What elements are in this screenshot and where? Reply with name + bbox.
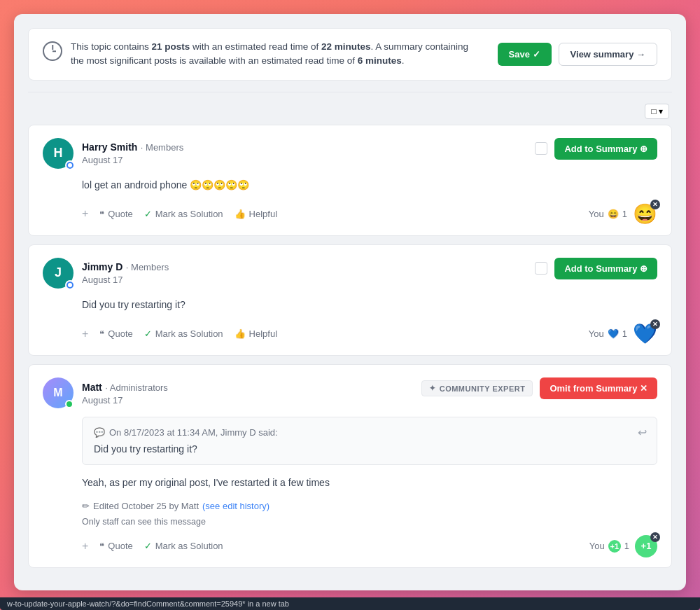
status-bar: w-to-update-your-apple-watch/?&do=findCo… [0, 597, 700, 610]
avatar-badge [65, 280, 75, 290]
post-actions-right: You +1 1 +1 ✕ [589, 535, 657, 557]
star-icon: ✦ [429, 384, 436, 393]
view-summary-button[interactable]: View summary → [559, 43, 657, 66]
info-banner: This topic contains 21 posts with an est… [28, 28, 672, 81]
add-action-button[interactable]: + [82, 207, 88, 220]
svg-point-1 [68, 283, 72, 287]
edit-icon: ✏ [82, 501, 90, 511]
reaction-emoji-container: 😄 ✕ [633, 202, 657, 226]
post-content: lol get an android phone 🙄🙄🙄🙄🙄 [43, 177, 657, 193]
divider [28, 92, 672, 92]
post-actions-left: + ❝ Quote ✓ Mark as Solution 👍 Helpful [82, 328, 277, 340]
helpful-button[interactable]: 👍 Helpful [234, 209, 277, 219]
reaction-count: 1 [622, 209, 627, 219]
thumbs-up-icon: 👍 [234, 209, 246, 219]
quote-button[interactable]: ❝ Quote [99, 209, 132, 219]
post-header: J Jimmy D · Members August 17 Add to Sum… [43, 258, 657, 289]
reaction-group: You +1 1 [589, 540, 629, 553]
save-button[interactable]: Save ✓ [498, 43, 552, 66]
avatar: J [43, 258, 74, 289]
quote-button[interactable]: ❝ Quote [99, 541, 132, 551]
edit-history-link[interactable]: (see edit history) [202, 501, 270, 511]
badge-icon [67, 282, 73, 288]
post-checkbox[interactable] [535, 262, 547, 275]
edit-notice-text: ✏ Edited October 25 by Matt (see edit hi… [82, 501, 657, 511]
author-name-role: Matt · Administrators [82, 381, 168, 394]
author-meta: Jimmy D · Members August 17 [82, 261, 169, 285]
mark-solution-button[interactable]: ✓ Mark as Solution [144, 209, 223, 219]
quote-header: 💬 On 8/17/2023 at 11:34 AM, Jimmy D said… [94, 427, 645, 438]
reaction-emoji-container: +1 ✕ [635, 535, 657, 557]
checkmark-icon: ✓ [144, 328, 152, 339]
edit-notice: ✏ Edited October 25 by Matt (see edit hi… [82, 501, 657, 511]
author-name-role: Harry Smith · Members [82, 141, 183, 153]
post-date: August 17 [82, 395, 168, 405]
thumbs-up-icon: 👍 [234, 328, 246, 339]
select-bar: □ ▾ [28, 101, 672, 125]
mark-solution-button[interactable]: ✓ Mark as Solution [144, 541, 223, 551]
avatar-letter: J [55, 265, 62, 280]
author-role: · Members [126, 262, 169, 272]
mark-solution-button[interactable]: ✓ Mark as Solution [144, 328, 223, 339]
quote-block: 💬 On 8/17/2023 at 11:34 AM, Jimmy D said… [82, 417, 657, 465]
author-name: Matt [82, 382, 102, 393]
post-actions-left: + ❝ Quote ✓ Mark as Solution 👍 Helpful [82, 207, 277, 220]
summary-time: 6 minutes [358, 55, 402, 66]
quote-icon: ❝ [99, 328, 104, 339]
reaction-you: You [589, 209, 604, 219]
avatar-badge [65, 160, 75, 170]
post-card: M Matt · Administrators August 17 ✦ COMM… [28, 364, 672, 567]
reaction-emoji-small: 💙 [608, 328, 619, 339]
post-actions-left: + ❝ Quote ✓ Mark as Solution [82, 540, 223, 553]
main-container: This topic contains 21 posts with an est… [14, 14, 686, 590]
clock-icon [43, 41, 62, 61]
reaction-group: You 😄 1 [589, 209, 627, 219]
post-actions-right: You 💙 1 💙 ✕ [589, 322, 657, 345]
reaction-count: 1 [622, 328, 627, 339]
reaction-remove-button[interactable]: ✕ [650, 200, 660, 209]
author-info: J Jimmy D · Members August 17 [43, 258, 169, 289]
reaction-group: You 💙 1 [589, 328, 627, 339]
community-expert-badge: ✦ COMMUNITY EXPERT [421, 380, 533, 396]
quote-button[interactable]: ❝ Quote [99, 328, 132, 339]
add-action-button[interactable]: + [82, 328, 88, 340]
post-actions: + ❝ Quote ✓ Mark as Solution 👍 Helpful Y… [43, 322, 657, 345]
reaction-emoji-container: 💙 ✕ [633, 322, 657, 345]
omit-from-summary-button[interactable]: Omit from Summary ✕ [540, 377, 657, 399]
author-role: · Members [141, 142, 183, 153]
author-info: H Harry Smith · Members August 17 [43, 138, 183, 169]
post-actions: + ❝ Quote ✓ Mark as Solution You +1 1 +1 [43, 535, 657, 557]
avatar-letter: M [53, 387, 62, 399]
checkmark-icon: ✓ [144, 541, 152, 551]
post-checkbox[interactable] [535, 142, 547, 155]
reaction-emoji-small: 😄 [608, 209, 619, 219]
quote-icon: ❝ [99, 541, 104, 551]
add-action-button[interactable]: + [82, 540, 88, 553]
badge-icon [67, 162, 73, 168]
edit-text: Edited October 25 by Matt [93, 501, 199, 511]
banner-left: This topic contains 21 posts with an est… [43, 40, 484, 69]
post-date: August 17 [82, 275, 169, 285]
post-card: J Jimmy D · Members August 17 Add to Sum… [28, 244, 672, 356]
post-card: H Harry Smith · Members August 17 Add to… [28, 125, 672, 236]
avatar: H [43, 138, 74, 169]
quote-text: Did you try restarting it? [94, 443, 645, 455]
reaction-remove-button[interactable]: ✕ [650, 319, 660, 329]
author-role: · Administrators [105, 382, 168, 393]
quote-icon: ❝ [99, 209, 104, 219]
helpful-button[interactable]: 👍 Helpful [234, 328, 277, 339]
reaction-remove-button[interactable]: ✕ [650, 532, 660, 542]
reaction-you: You [589, 328, 604, 339]
post-content: Yeah, as per my original post, I've rest… [43, 475, 657, 490]
add-to-summary-button[interactable]: Add to Summary ⊕ [554, 138, 657, 160]
reaction-you: You [589, 541, 605, 551]
checkmark-icon: ✓ [144, 209, 152, 219]
reaction-count: 1 [624, 541, 629, 551]
post-actions: + ❝ Quote ✓ Mark as Solution 👍 Helpful Y… [43, 202, 657, 226]
add-to-summary-button[interactable]: Add to Summary ⊕ [554, 258, 657, 279]
banner-text: This topic contains 21 posts with an est… [71, 40, 484, 69]
post-header-right: ✦ COMMUNITY EXPERT Omit from Summary ✕ [421, 377, 657, 399]
post-content: Did you try restarting it? [43, 297, 657, 312]
quote-bubble-icon: 💬 [94, 427, 105, 438]
select-control[interactable]: □ ▾ [645, 104, 669, 119]
